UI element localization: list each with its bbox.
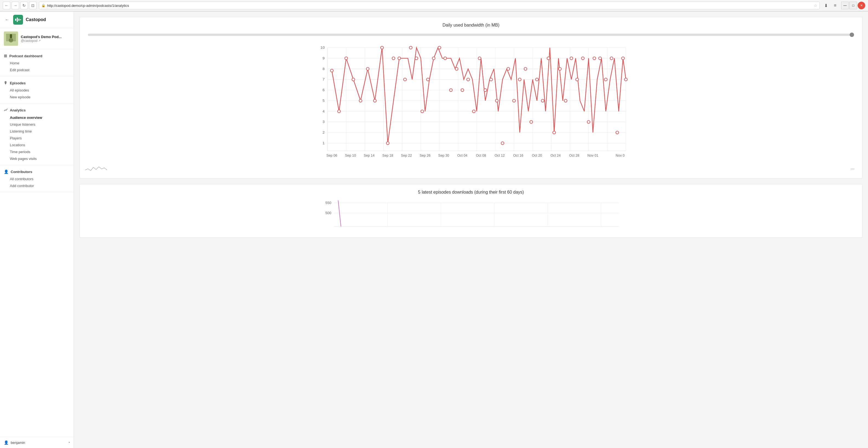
svg-point-51	[366, 67, 369, 70]
svg-point-95	[622, 57, 624, 59]
svg-text:Sep 14: Sep 14	[364, 154, 375, 157]
sidebar-item-time-periods[interactable]: Time periods	[0, 148, 74, 155]
minimap-icon	[85, 165, 107, 173]
sidebar-item-unique-listeners[interactable]: Unique listeners	[0, 121, 74, 128]
svg-text:Oct 24: Oct 24	[551, 154, 561, 157]
svg-point-96	[624, 78, 627, 81]
contributors-icon: 👤	[4, 170, 8, 174]
svg-point-48	[345, 57, 347, 59]
svg-text:2: 2	[322, 130, 325, 135]
sidebar-item-players[interactable]: Players	[0, 135, 74, 142]
username: benjamin	[11, 441, 66, 445]
svg-text:Oct 16: Oct 16	[513, 154, 523, 157]
svg-text:4: 4	[322, 109, 325, 113]
bandwidth-chart-title: Daily used bandwidth (in MB)	[85, 23, 857, 28]
svg-point-56	[398, 57, 401, 59]
address-bar[interactable]: 🔒 http://castopod.demo/cp-admin/podcasts…	[39, 2, 820, 9]
url-text: http://castopod.demo/cp-admin/podcasts/1…	[47, 4, 129, 8]
sidebar-item-locations[interactable]: Locations	[0, 142, 74, 148]
sidebar-item-add-contributor[interactable]: Add contributor	[0, 182, 74, 189]
svg-point-79	[530, 120, 533, 123]
svg-point-59	[415, 57, 418, 59]
chart-range-slider[interactable]	[88, 34, 854, 36]
svg-point-55	[392, 57, 395, 59]
chart-menu-button[interactable]: ···	[848, 165, 857, 173]
app-title: Castopod	[26, 17, 46, 22]
svg-point-47	[338, 110, 340, 113]
sidebar-item-home[interactable]: Home	[0, 60, 74, 66]
nav-section-contributors: 👤 Contributors All contributors Add cont…	[0, 165, 74, 192]
svg-text:550: 550	[325, 201, 331, 205]
svg-point-77	[518, 78, 521, 81]
reload-button[interactable]: ↻	[20, 2, 28, 9]
svg-point-64	[443, 57, 446, 59]
svg-text:Sep 30: Sep 30	[438, 154, 450, 157]
svg-point-67	[461, 89, 464, 91]
svg-point-69	[472, 110, 475, 113]
svg-point-75	[507, 67, 509, 70]
svg-point-82	[547, 57, 550, 59]
sidebar-user[interactable]: 👤 benjamin •	[0, 437, 74, 448]
sidebar-item-new-episode[interactable]: New episode	[0, 94, 74, 100]
bandwidth-line-chart: 10 9 8 7 6 5 4 3 2 1	[85, 42, 857, 162]
bandwidth-chart-container: Daily used bandwidth (in MB)	[80, 17, 863, 179]
svg-point-58	[409, 46, 412, 49]
analytics-icon	[4, 108, 8, 113]
back-button[interactable]: ←	[3, 2, 10, 9]
svg-point-72	[490, 78, 492, 81]
svg-point-73	[495, 99, 498, 102]
svg-point-61	[427, 78, 429, 81]
close-button[interactable]: ✕	[858, 2, 865, 9]
bookmark-button[interactable]: ⊡	[29, 2, 37, 9]
sidebar-item-web-pages-visits[interactable]: Web pages visits	[0, 155, 74, 162]
section-title-analytics: Analytics	[0, 106, 74, 114]
sidebar-back-button[interactable]: ←	[4, 17, 10, 23]
sidebar-item-audience-overview[interactable]: Audience overview	[0, 114, 74, 121]
sidebar-item-listening-time[interactable]: Listening time	[0, 128, 74, 135]
maximize-button[interactable]: □	[849, 2, 857, 9]
svg-rect-3	[20, 19, 21, 20]
svg-point-89	[587, 120, 590, 123]
episodes-chart-title: 5 latest episodes downloads (during thei…	[85, 190, 857, 195]
svg-text:Oct 04: Oct 04	[457, 154, 467, 157]
sidebar-item-all-episodes[interactable]: All episodes	[0, 87, 74, 94]
svg-point-71	[484, 89, 487, 91]
sidebar-item-edit-podcast[interactable]: Edit podcast	[0, 66, 74, 73]
svg-text:7: 7	[322, 77, 325, 81]
bandwidth-chart-footer: ···	[85, 165, 857, 173]
svg-point-81	[541, 99, 544, 102]
svg-point-80	[535, 78, 538, 81]
svg-point-84	[559, 67, 561, 70]
minimize-button[interactable]: —	[841, 2, 849, 9]
browser-chrome: ← → ↻ ⊡ 🔒 http://castopod.demo/cp-admin/…	[0, 0, 868, 11]
svg-point-70	[478, 57, 481, 59]
svg-text:Oct 28: Oct 28	[569, 154, 580, 157]
svg-text:10: 10	[321, 46, 325, 50]
svg-point-54	[386, 142, 389, 145]
chart-range-slider-container	[85, 32, 857, 39]
svg-point-60	[421, 110, 424, 113]
svg-text:1: 1	[322, 141, 325, 145]
sidebar-item-all-contributors[interactable]: All contributors	[0, 176, 74, 182]
svg-point-88	[581, 57, 584, 59]
episodes-icon: 🎙	[4, 81, 8, 85]
sidebar-header: ← Castopod	[0, 11, 74, 28]
menu-button[interactable]: ≡	[831, 2, 839, 9]
section-title-contributors: 👤 Contributors	[0, 168, 74, 176]
svg-text:6: 6	[322, 88, 325, 92]
podcast-name: Castopod's Demo Pod...	[21, 35, 62, 39]
svg-text:Nov 01: Nov 01	[587, 154, 598, 157]
user-arrow-icon: •	[69, 441, 70, 444]
podcast-info: Castopod's Demo Pod... @castopod ↗	[0, 28, 74, 49]
user-icon: 👤	[4, 440, 8, 445]
bandwidth-chart-svg: 10 9 8 7 6 5 4 3 2 1	[85, 42, 857, 162]
svg-point-94	[616, 131, 619, 134]
nav-section-dashboard: ⊞ Podcast dashboard Home Edit podcast	[0, 49, 74, 77]
podcast-thumbnail	[4, 31, 18, 46]
svg-rect-0	[15, 19, 16, 21]
podcast-handle: @castopod ↗	[21, 39, 62, 43]
forward-button[interactable]: →	[11, 2, 19, 9]
svg-point-57	[404, 78, 406, 81]
svg-point-50	[359, 99, 362, 102]
download-button[interactable]: ⬇	[822, 2, 830, 9]
